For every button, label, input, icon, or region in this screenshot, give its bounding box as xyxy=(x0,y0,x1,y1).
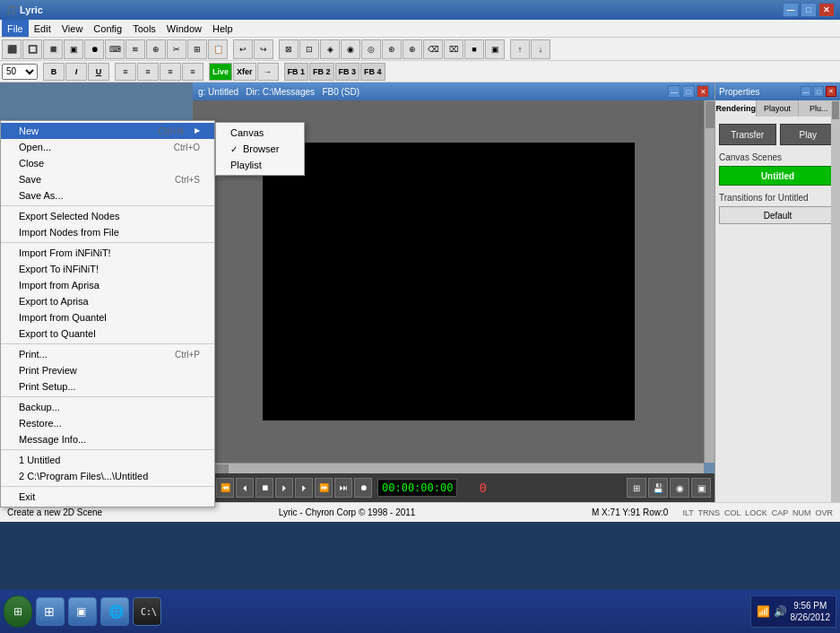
menu-save-as[interactable]: Save As... xyxy=(1,187,214,204)
menu-restore[interactable]: Restore... xyxy=(1,415,214,431)
taskbar-app2[interactable]: ▣ xyxy=(68,597,97,626)
new-canvas[interactable]: Canvas xyxy=(216,125,304,141)
menu-print[interactable]: Print... Ctrl+P xyxy=(1,346,214,362)
italic-button[interactable]: I xyxy=(65,63,87,81)
tb-btn-8[interactable]: ⊕ xyxy=(146,39,166,59)
align-left-button[interactable]: ≡ xyxy=(115,63,136,81)
transport-icon3[interactable]: ◉ xyxy=(670,478,689,498)
menu-export-quantel[interactable]: Export to Quantel xyxy=(1,325,214,342)
transport-play[interactable]: ⏵ xyxy=(275,478,293,498)
tb-btn-5[interactable]: ⏺ xyxy=(84,39,104,59)
tb-btn-24[interactable]: ▣ xyxy=(485,39,505,59)
fb1-button[interactable]: FB 1 xyxy=(284,63,309,81)
menu-exit[interactable]: Exit xyxy=(1,489,214,505)
tb-btn-3[interactable]: 🔳 xyxy=(43,39,63,59)
menu-new[interactable]: New Ctrl+N▶ xyxy=(1,123,214,139)
tb-btn-14[interactable]: ⊠ xyxy=(279,39,299,59)
play-button[interactable]: Play xyxy=(780,124,837,145)
vscroll-thumb[interactable] xyxy=(706,101,714,128)
align-center-button[interactable]: ≡ xyxy=(137,63,159,81)
default-transition-button[interactable]: Default xyxy=(719,206,836,224)
menu-help[interactable]: Help xyxy=(207,20,238,37)
tb-btn-17[interactable]: ◉ xyxy=(341,39,360,59)
canvas-maximize[interactable]: □ xyxy=(682,85,695,98)
start-button[interactable]: ⊞ xyxy=(4,595,32,628)
tab-rendering[interactable]: Rendering xyxy=(715,100,757,117)
tb-btn-26[interactable]: ↓ xyxy=(531,39,550,59)
menu-open[interactable]: Open... Ctrl+O xyxy=(1,139,214,155)
canvas-black-area[interactable] xyxy=(263,143,635,421)
tb-btn-9[interactable]: ✂ xyxy=(167,39,186,59)
transport-icon2[interactable]: 💾 xyxy=(648,478,668,498)
tb-btn-16[interactable]: ◈ xyxy=(320,39,340,59)
align-right-button[interactable]: ≡ xyxy=(160,63,181,81)
menu-view[interactable]: View xyxy=(56,20,89,37)
tb-btn-19[interactable]: ⊛ xyxy=(382,39,402,59)
tb-btn-15[interactable]: ⊡ xyxy=(299,39,319,59)
fb2-button[interactable]: FB 2 xyxy=(309,63,334,81)
fb4-button[interactable]: FB 4 xyxy=(360,63,385,81)
menu-import-quantel[interactable]: Import from Quantel xyxy=(1,309,214,325)
menu-export-infinit[interactable]: Export To iNFiNiT! xyxy=(1,261,214,277)
tb-btn-4[interactable]: ▣ xyxy=(64,39,83,59)
close-button[interactable]: ✕ xyxy=(818,3,835,17)
transport-icon1[interactable]: ⊞ xyxy=(627,478,646,498)
tb-btn-18[interactable]: ◎ xyxy=(361,39,381,59)
maximize-button[interactable]: □ xyxy=(801,3,817,17)
tb-btn-7[interactable]: ≋ xyxy=(126,39,145,59)
transport-stop[interactable]: ⏹ xyxy=(255,478,273,498)
transfer-button[interactable]: Transfer xyxy=(719,124,776,145)
properties-close[interactable]: ✕ xyxy=(826,86,836,97)
transport-prev[interactable]: ⏪ xyxy=(216,478,234,498)
taskbar-app4[interactable]: C:\ xyxy=(133,597,161,626)
menu-print-preview[interactable]: Print Preview xyxy=(1,362,214,378)
menu-edit[interactable]: Edit xyxy=(29,20,56,37)
menu-import-infinit[interactable]: Import From iNFiNiT! xyxy=(1,245,214,261)
tb-btn-11[interactable]: 📋 xyxy=(208,39,228,59)
live-button[interactable]: Live xyxy=(209,63,232,81)
align-justify-button[interactable]: ≡ xyxy=(182,63,204,81)
tab-playout[interactable]: Playout xyxy=(757,100,798,117)
fb3-button[interactable]: FB 3 xyxy=(335,63,360,81)
new-browser[interactable]: Browser xyxy=(216,141,304,157)
canvas-close[interactable]: ✕ xyxy=(697,85,709,98)
zoom-select[interactable]: 50 100 200 xyxy=(2,64,38,80)
properties-maximize[interactable]: □ xyxy=(813,86,824,97)
transport-next-frame[interactable]: ⏵ xyxy=(295,478,313,498)
menu-close[interactable]: Close xyxy=(1,155,214,171)
transport-icon4[interactable]: ▣ xyxy=(691,478,711,498)
menu-export-aprisa[interactable]: Export to Aprisa xyxy=(1,293,214,309)
tb-btn-13[interactable]: ↪ xyxy=(254,39,273,59)
transport-record[interactable]: ⏺ xyxy=(354,478,372,498)
properties-vscroll[interactable] xyxy=(831,100,840,502)
transport-goto-end[interactable]: ⏭ xyxy=(334,478,352,498)
underline-button[interactable]: U xyxy=(88,63,109,81)
menu-config[interactable]: Config xyxy=(88,20,127,37)
menu-window[interactable]: Window xyxy=(161,20,207,37)
canvas-minimize[interactable]: — xyxy=(668,85,680,98)
canvas-vscroll[interactable] xyxy=(704,100,714,463)
menu-print-setup[interactable]: Print Setup... xyxy=(1,378,214,395)
properties-vscroll-thumb[interactable] xyxy=(832,101,839,119)
tb-btn-12[interactable]: ↩ xyxy=(233,39,253,59)
bold-button[interactable]: B xyxy=(43,63,65,81)
menu-tools[interactable]: Tools xyxy=(127,20,161,37)
taskbar-app3[interactable]: 🌐 xyxy=(100,597,129,626)
tb-btn-6[interactable]: ⌨ xyxy=(105,39,125,59)
minimize-button[interactable]: — xyxy=(783,3,799,17)
clock-area[interactable]: 9:56 PM 8/26/2012 xyxy=(791,600,831,623)
taskbar-app1[interactable]: ⊞ xyxy=(36,597,65,626)
canvas-hscroll[interactable] xyxy=(193,463,704,473)
new-playlist[interactable]: Playlist xyxy=(216,157,304,173)
menu-recent2[interactable]: 2 C:\Program Files\...\Untitled xyxy=(1,468,214,484)
xfer-button[interactable]: Xfer xyxy=(233,63,256,81)
transport-next[interactable]: ⏩ xyxy=(315,478,333,498)
menu-backup[interactable]: Backup... xyxy=(1,399,214,415)
untitled-scene-button[interactable]: Untitled xyxy=(719,166,836,186)
tb-btn-2[interactable]: 🔲 xyxy=(22,39,42,59)
menu-save[interactable]: Save Ctrl+S xyxy=(1,171,214,187)
tb-btn-21[interactable]: ⌫ xyxy=(423,39,443,59)
menu-import-aprisa[interactable]: Import from Aprisa xyxy=(1,277,214,293)
tb-btn-10[interactable]: ⊞ xyxy=(187,39,207,59)
arrow-button[interactable]: → xyxy=(257,63,279,81)
